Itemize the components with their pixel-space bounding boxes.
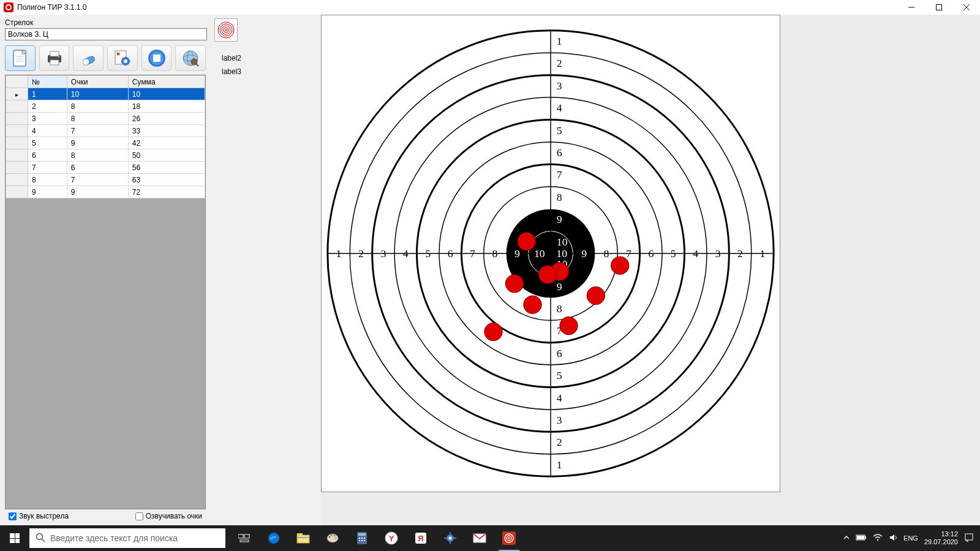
svg-point-124: [877, 539, 879, 541]
svg-point-93: [329, 536, 331, 538]
new-doc-button[interactable]: [5, 45, 36, 71]
svg-point-100: [361, 538, 363, 539]
table-row[interactable]: 7656: [6, 162, 205, 174]
svg-text:4: 4: [403, 247, 409, 260]
col-sum[interactable]: Сумма: [128, 76, 205, 88]
polygon-app-icon[interactable]: [495, 525, 523, 551]
svg-text:9: 9: [557, 213, 562, 225]
svg-line-24: [196, 64, 198, 66]
yandex-browser-icon[interactable]: Y: [377, 525, 405, 551]
sound-shot-checkbox[interactable]: Звук выстрела: [9, 512, 69, 520]
svg-text:5: 5: [557, 369, 562, 381]
col-points[interactable]: Очки: [67, 76, 128, 88]
volume-icon[interactable]: [889, 533, 897, 543]
windows-logo-icon: [10, 533, 20, 543]
svg-rect-122: [865, 536, 866, 539]
table-row[interactable]: 6850: [6, 149, 205, 162]
svg-text:6: 6: [557, 347, 562, 359]
svg-text:5: 5: [557, 124, 562, 137]
start-button[interactable]: [0, 525, 29, 551]
svg-text:7: 7: [626, 247, 631, 260]
svg-point-16: [124, 59, 127, 63]
explorer-icon[interactable]: [289, 525, 317, 551]
svg-text:2: 2: [557, 57, 562, 69]
wifi-icon[interactable]: [873, 534, 883, 542]
table-row[interactable]: 5942: [6, 137, 205, 149]
svg-point-83: [37, 533, 43, 539]
svg-text:2: 2: [358, 247, 364, 260]
erase-button[interactable]: [73, 45, 104, 71]
svg-text:9: 9: [581, 247, 587, 260]
paint-icon[interactable]: [318, 525, 347, 551]
shot-marker: [484, 323, 503, 341]
svg-rect-86: [244, 534, 249, 538]
system-tray: ENG 13:12 29.07.2020: [843, 530, 980, 546]
settings-gear-icon[interactable]: [436, 525, 464, 551]
col-num[interactable]: №: [28, 76, 67, 88]
stop-button[interactable]: [141, 45, 172, 71]
table-row[interactable]: 3826: [6, 113, 205, 125]
voice-points-checkbox[interactable]: Озвучивать очки: [135, 512, 202, 520]
shooter-input[interactable]: [5, 28, 207, 40]
table-row[interactable]: 11010: [6, 88, 205, 100]
target-canvas[interactable]: 1111222233334444555566667777888899991010…: [321, 15, 780, 492]
svg-text:4: 4: [693, 247, 698, 260]
maximize-button[interactable]: [925, 0, 952, 15]
svg-rect-115: [454, 538, 456, 539]
time-text: 13:12: [924, 530, 958, 538]
svg-point-96: [335, 538, 337, 539]
svg-rect-10: [50, 60, 59, 65]
gmail-icon[interactable]: [466, 525, 494, 551]
table-row[interactable]: 8763: [6, 174, 205, 186]
svg-point-103: [361, 540, 363, 541]
svg-rect-123: [857, 536, 864, 539]
date-text: 29.07.2020: [924, 538, 958, 546]
svg-point-102: [359, 540, 360, 541]
table-row[interactable]: 2818: [6, 100, 205, 113]
svg-point-101: [364, 538, 365, 539]
svg-text:10: 10: [557, 236, 568, 248]
shot-marker: [518, 233, 536, 251]
main-area: Стрелок: [0, 15, 980, 525]
svg-rect-91: [297, 537, 309, 538]
settings-button[interactable]: [107, 45, 138, 71]
svg-text:8: 8: [604, 247, 609, 260]
svg-rect-112: [450, 532, 451, 534]
battery-icon[interactable]: [856, 534, 867, 542]
yandex-icon[interactable]: Я: [407, 525, 435, 551]
task-view-icon[interactable]: [230, 525, 258, 551]
svg-rect-9: [50, 51, 59, 56]
taskbar-apps: Y Я: [230, 525, 523, 551]
svg-rect-85: [238, 534, 243, 538]
svg-rect-98: [358, 533, 366, 536]
notifications-icon[interactable]: [964, 533, 974, 544]
svg-text:7: 7: [557, 168, 562, 181]
clock[interactable]: 13:12 29.07.2020: [924, 530, 958, 546]
svg-point-95: [334, 535, 336, 537]
svg-point-104: [364, 540, 365, 541]
globe-button[interactable]: [175, 45, 206, 71]
calculator-icon[interactable]: [348, 525, 376, 551]
shooter-label: Стрелок: [5, 18, 208, 27]
svg-text:2: 2: [557, 436, 562, 448]
shots-grid[interactable]: № Очки Сумма 110102818382647335942685076…: [5, 75, 206, 509]
language-indicator[interactable]: ENG: [903, 534, 918, 542]
svg-text:Y: Y: [389, 534, 394, 543]
table-row[interactable]: 9972: [6, 186, 205, 198]
svg-text:9: 9: [514, 247, 520, 260]
shot-marker: [587, 287, 605, 305]
close-button[interactable]: [952, 0, 980, 15]
label2-text: label2: [222, 54, 317, 62]
tray-chevron-icon[interactable]: [843, 534, 850, 542]
edge-icon[interactable]: [260, 525, 288, 551]
taskbar-search[interactable]: Введите здесь текст для поиска: [29, 528, 225, 548]
minimize-button[interactable]: [897, 0, 925, 15]
svg-text:10: 10: [534, 247, 545, 260]
svg-text:Я: Я: [418, 534, 423, 543]
svg-text:6: 6: [648, 247, 654, 260]
taskbar: Введите здесь текст для поиска Y Я ENG 1…: [0, 525, 980, 551]
svg-text:4: 4: [557, 102, 562, 114]
select-target-button[interactable]: [214, 18, 238, 42]
print-button[interactable]: [39, 45, 70, 71]
table-row[interactable]: 4733: [6, 125, 205, 137]
